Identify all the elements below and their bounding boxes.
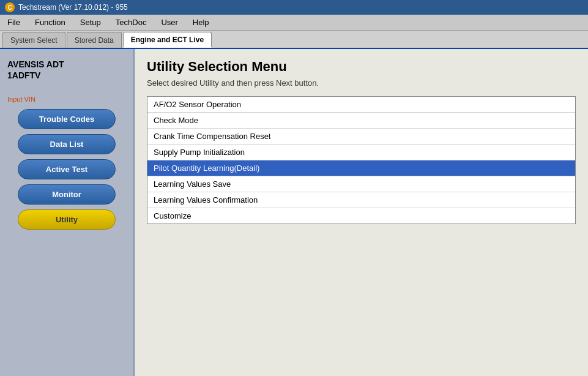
vehicle-name-line1: AVENSIS ADT [7, 59, 126, 70]
menu-function[interactable]: Function [32, 18, 68, 27]
utility-item[interactable]: Crank Time Compensation Reset [147, 129, 575, 145]
menu-file[interactable]: File [5, 18, 23, 27]
menu-techdoc[interactable]: TechDoc [113, 18, 149, 27]
utility-item[interactable]: Supply Pump Initialization [147, 145, 575, 160]
menu-setup[interactable]: Setup [78, 18, 103, 27]
utility-item[interactable]: Pilot Quantity Learning(Detail) [147, 160, 575, 176]
content-subtitle: Select desired Utility and then press Ne… [147, 78, 576, 88]
tab-system-select[interactable]: System Select [2, 32, 65, 48]
trouble-codes-button[interactable]: Trouble Codes [18, 109, 116, 129]
monitor-button[interactable]: Monitor [18, 184, 116, 205]
utility-item[interactable]: Learning Values Save [147, 176, 575, 192]
utility-button[interactable]: Utility [18, 209, 116, 230]
menu-bar: File Function Setup TechDoc User Help [0, 15, 588, 31]
data-list-button[interactable]: Data List [18, 134, 116, 154]
vehicle-info: AVENSIS ADT 1ADFTV [5, 55, 128, 85]
utility-item[interactable]: AF/O2 Sensor Operation [147, 97, 575, 113]
title-bar-text: Techstream (Ver 17.10.012) - 955 [18, 3, 128, 12]
menu-help[interactable]: Help [190, 18, 212, 27]
main-content: AVENSIS ADT 1ADFTV Input VIN Trouble Cod… [0, 49, 588, 376]
vehicle-name-line2: 1ADFTV [7, 70, 126, 81]
tab-bar: System Select Stored Data Engine and ECT… [0, 31, 588, 49]
utility-list: AF/O2 Sensor OperationCheck ModeCrank Ti… [147, 96, 576, 224]
active-test-button[interactable]: Active Test [18, 159, 116, 179]
utility-item[interactable]: Check Mode [147, 113, 575, 129]
content-area: Utility Selection Menu Select desired Ut… [135, 49, 588, 376]
title-bar: C Techstream (Ver 17.10.012) - 955 [0, 0, 588, 15]
sidebar: AVENSIS ADT 1ADFTV Input VIN Trouble Cod… [0, 49, 135, 376]
input-vin-label: Input VIN [7, 96, 128, 103]
tab-engine-ect-live[interactable]: Engine and ECT Live [123, 32, 212, 48]
menu-user[interactable]: User [158, 18, 180, 27]
utility-item[interactable]: Customize [147, 208, 575, 224]
tab-stored-data[interactable]: Stored Data [67, 32, 122, 48]
app-icon: C [5, 2, 15, 12]
content-title: Utility Selection Menu [147, 59, 576, 75]
utility-item[interactable]: Learning Values Confirmation [147, 192, 575, 208]
